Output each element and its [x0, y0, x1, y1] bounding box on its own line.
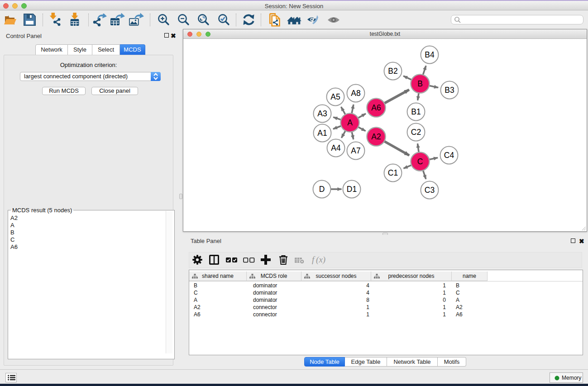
- svg-text:B: B: [417, 79, 423, 88]
- svg-text:C2: C2: [411, 128, 421, 137]
- svg-text:A6: A6: [371, 103, 381, 112]
- svg-text:A5: A5: [330, 92, 340, 101]
- svg-text:A3: A3: [317, 109, 327, 118]
- svg-text:A4: A4: [331, 143, 341, 152]
- svg-text:A: A: [347, 118, 353, 127]
- svg-text:A1: A1: [317, 129, 327, 138]
- svg-text:B3: B3: [445, 86, 454, 95]
- svg-text:A2: A2: [371, 132, 381, 141]
- svg-text:C4: C4: [444, 151, 454, 160]
- svg-text:D: D: [319, 185, 325, 194]
- svg-text:C3: C3: [425, 186, 435, 195]
- svg-text:C: C: [417, 157, 423, 166]
- svg-text:B2: B2: [388, 67, 397, 76]
- svg-text:B1: B1: [411, 107, 421, 116]
- svg-text:C1: C1: [388, 168, 398, 177]
- svg-text:A7: A7: [351, 146, 360, 155]
- svg-text:A8: A8: [351, 89, 360, 98]
- svg-text:D1: D1: [347, 185, 357, 194]
- svg-text:B4: B4: [425, 50, 435, 59]
